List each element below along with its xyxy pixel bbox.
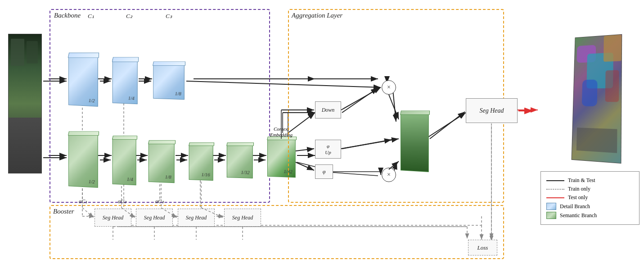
semantic-block-2: 1/4 — [113, 137, 136, 186]
legend-detail-branch: Detail Branch — [546, 203, 634, 210]
legend-gray-line — [546, 189, 564, 190]
booster-seg-head-4: Seg Head — [224, 209, 261, 227]
diagram-container: Backbone C₁ C₂ C₃ 1/2 1/4 1/8 1/2 1/4 1/… — [0, 0, 644, 269]
down-box: Down — [315, 101, 341, 119]
alpha-c2-label: αC₂ — [118, 198, 126, 205]
c1-label: C₁ — [88, 13, 94, 20]
legend-train-test: Train & Test — [546, 177, 634, 184]
semantic-block-1: 1/2 — [68, 132, 98, 188]
booster-seg-head-3: Seg Head — [178, 209, 215, 227]
legend-semantic-branch: Semantic Branch — [546, 212, 634, 219]
detail-block-c2: 1/4 — [113, 58, 138, 105]
alpha-c1-label: αC₁ — [79, 198, 87, 205]
output-image — [572, 34, 630, 173]
semantic-block-3: 1/8 — [149, 141, 175, 183]
semantic-block-4: 1/16 — [189, 144, 213, 181]
backbone-label: Backbone — [54, 12, 81, 19]
phi-box: φ — [315, 164, 333, 179]
aggregated-block — [401, 112, 429, 172]
booster-seg-head-1: Seg Head — [95, 209, 131, 227]
legend-test-only: Test only — [546, 194, 634, 201]
legend-train-only: Train only — [546, 186, 634, 192]
sem-1-frac: 1/2 — [89, 178, 95, 184]
sem-5-frac: 1/32 — [241, 169, 249, 175]
detail-block-c3: 1/8 — [153, 63, 185, 100]
detail-block-c1: 1/2 — [68, 53, 98, 106]
legend-blue-rect — [546, 203, 556, 210]
multiply-circle-bottom: × — [382, 168, 396, 182]
c2-label: C₂ — [126, 13, 132, 20]
input-image — [8, 34, 48, 178]
aggregation-label: Aggregation Layer — [292, 12, 342, 19]
c3-label: C₃ — [166, 13, 172, 20]
detail-c1-frac: 1/2 — [89, 97, 95, 103]
legend-red-line — [546, 197, 564, 198]
sem-3-frac: 1/8 — [165, 174, 171, 180]
legend-black-line — [546, 180, 564, 181]
multiply-circle-top: × — [382, 80, 396, 95]
alpha-c3-label: αC₃ — [155, 198, 164, 205]
legend-green-rect — [546, 212, 556, 219]
detail-c2-frac: 1/4 — [128, 95, 135, 101]
seg-head-main: Seg Head — [466, 98, 518, 123]
booster-seg-head-2: Seg Head — [136, 209, 173, 227]
loss-box: Loss — [468, 240, 497, 255]
sem-4-frac: 1/16 — [201, 172, 210, 178]
legend-box: Train & Test Train only Test only Detail… — [540, 171, 639, 225]
booster-label: Booster — [53, 208, 74, 215]
sem-2-frac: 1/4 — [127, 176, 133, 182]
detail-c3-frac: 1/8 — [175, 91, 181, 96]
semantic-block-5: 1/32 — [227, 144, 253, 178]
phi-up-box: φ Up — [315, 140, 341, 159]
